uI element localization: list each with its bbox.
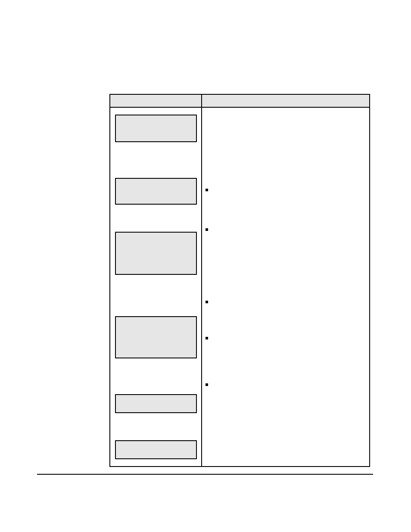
footer-rule bbox=[37, 474, 373, 475]
two-column-table bbox=[109, 94, 370, 467]
bullet-item bbox=[206, 226, 367, 233]
bullet-item bbox=[206, 381, 367, 389]
diagram-box-6 bbox=[115, 440, 197, 459]
diagram-box-3 bbox=[115, 232, 197, 275]
table-header-left bbox=[110, 95, 202, 107]
table-header-right bbox=[202, 95, 369, 107]
bullet-item bbox=[206, 298, 367, 306]
diagram-box-5 bbox=[115, 394, 197, 413]
diagram-box-2 bbox=[115, 178, 197, 205]
diagram-box-1 bbox=[115, 115, 197, 142]
bullet-list bbox=[206, 186, 367, 389]
table-body-row bbox=[110, 108, 369, 467]
page bbox=[0, 0, 411, 532]
diagram-box-4 bbox=[115, 316, 197, 358]
bullet-item bbox=[206, 186, 367, 194]
bullet-item bbox=[206, 334, 367, 342]
table-body-left bbox=[110, 108, 202, 466]
table-header-row bbox=[110, 95, 369, 108]
table-body-right bbox=[202, 108, 369, 466]
